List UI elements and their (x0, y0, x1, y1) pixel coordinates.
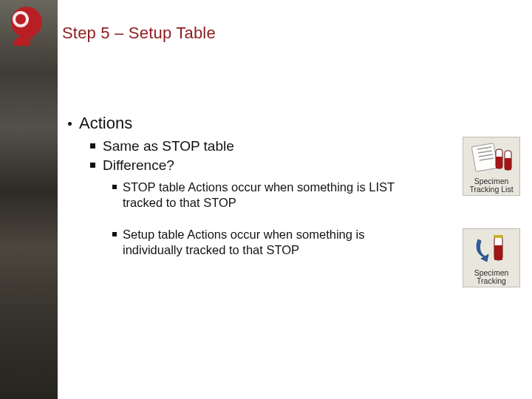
lvl2-text: Difference? (103, 157, 174, 174)
lvl2-text: Same as STOP table (103, 137, 234, 155)
lvl2-group: Same as STOP table Difference? STOP tabl… (90, 137, 415, 258)
svg-rect-14 (494, 235, 503, 238)
slide-title: Step 5 – Setup Table (62, 24, 532, 43)
bullet-lvl2-item: Same as STOP table (90, 137, 415, 155)
bullet-dot-icon (68, 122, 72, 126)
left-sidebar: JUST (0, 0, 58, 399)
square-bullet-icon (112, 232, 117, 236)
lvl3-group: STOP table Actions occur when something … (112, 180, 415, 258)
svg-rect-3 (471, 143, 497, 172)
slide-body: Step 5 – Setup Table Actions Same as STO… (58, 0, 532, 399)
brand-logo: JUST (6, 4, 52, 50)
bullet-lvl1-actions: Actions (68, 114, 415, 133)
content-block: Actions Same as STOP table Difference? S… (68, 114, 415, 258)
svg-rect-11 (505, 158, 511, 170)
lvl1-text: Actions (79, 114, 132, 133)
svg-point-2 (16, 14, 26, 24)
square-bullet-icon (90, 143, 95, 149)
lvl3-text: Setup table Actions occur when something… (123, 227, 415, 258)
tracking-graphic (471, 232, 512, 267)
bullet-lvl3-item: Setup table Actions occur when something… (112, 227, 415, 258)
icon-caption-line: Tracking List (469, 185, 513, 194)
square-bullet-icon (90, 163, 95, 168)
specimen-tracking-list-icon: Specimen Tracking List (463, 137, 520, 196)
svg-rect-9 (496, 157, 502, 168)
bullet-lvl3-item: STOP table Actions occur when something … (112, 180, 415, 211)
lvl3-text: STOP table Actions occur when something … (123, 180, 415, 211)
specimen-tracking-icon: Specimen Tracking (463, 228, 520, 287)
logo-text: JUST (15, 38, 34, 46)
icon-caption-line: Tracking (474, 277, 509, 285)
icons-column: Specimen Tracking List Specimen Tracking (463, 137, 520, 287)
bullet-lvl2-item: Difference? (90, 157, 415, 174)
tracking-list-graphic (471, 140, 512, 176)
square-bullet-icon (112, 185, 117, 189)
svg-rect-13 (494, 245, 502, 260)
